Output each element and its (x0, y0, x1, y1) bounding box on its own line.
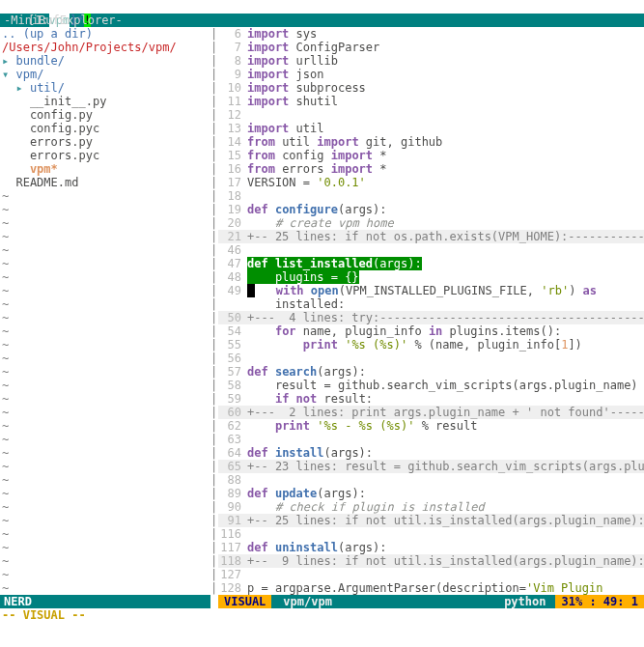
empty-line-tilde: ~ (0, 392, 210, 406)
code-row[interactable]: 89def update(args): (218, 487, 644, 500)
empty-line-tilde: ~ (0, 433, 210, 446)
fold-row[interactable]: 50+--- 4 lines: try:--------------------… (218, 311, 644, 324)
code-row[interactable]: 58 result = github.search_vim_scripts(ar… (218, 379, 644, 392)
code-row[interactable]: 62 print '%s - %s (%s)' % result (218, 419, 644, 433)
code-row[interactable]: 8import urllib (218, 54, 644, 68)
line-number: 63 (218, 433, 247, 446)
code-row[interactable]: 11import shutil (218, 95, 644, 108)
code-text (247, 352, 644, 365)
fold-row[interactable]: 118+-- 9 lines: if not util.is_installed… (218, 554, 644, 568)
code-row[interactable]: 12 (218, 108, 644, 122)
line-number: 89 (218, 487, 247, 500)
code-row[interactable]: 55 print '%s (%s)' % (name, plugin_info[… (218, 338, 644, 352)
status-nerd: NERD (0, 595, 210, 608)
code-row[interactable]: 64def install(args): (218, 446, 644, 460)
vertical-split[interactable]: ||||||||||||||||||||||||||||||||||||||||… (210, 27, 218, 595)
code-row[interactable]: 116 (218, 527, 644, 541)
code-row[interactable]: 90 # check if plugin is installed (218, 500, 644, 514)
code-row[interactable]: 13import util (218, 122, 644, 135)
code-row[interactable]: installed: (218, 297, 644, 311)
main-split: .. (up a dir) /Users/John/Projects/vpm/ … (0, 27, 644, 595)
nerdtree-item[interactable]: config.py (0, 108, 210, 122)
code-row[interactable]: 14from util import git, github (218, 135, 644, 149)
code-row[interactable]: 57def search(args): (218, 365, 644, 379)
code-row[interactable]: 16from errors import * (218, 162, 644, 176)
code-row[interactable]: 59 if not result: (218, 392, 644, 406)
empty-line-tilde: ~ (0, 257, 210, 270)
empty-line-tilde: ~ (0, 243, 210, 257)
code-row[interactable]: 15from config import * (218, 149, 644, 162)
code-row[interactable]: 20 # create vpm home (218, 216, 644, 230)
nerdtree-item[interactable]: errors.pyc (0, 149, 210, 162)
fold-row[interactable]: 65+-- 23 lines: result = github.search_v… (218, 460, 644, 473)
code-row[interactable]: 17VERSION = '0.0.1' (218, 176, 644, 189)
fold-row[interactable]: 91+-- 25 lines: if not util.is_installed… (218, 514, 644, 527)
command-line[interactable]: -- VISUAL -- (0, 608, 644, 622)
code-text: +--- 2 lines: print args.plugin_name + '… (247, 406, 644, 419)
code-row[interactable]: 56 (218, 352, 644, 365)
nerdtree-item[interactable]: __init__.py (0, 95, 210, 108)
line-number: 59 (218, 392, 247, 406)
code-row[interactable]: 9import json (218, 68, 644, 81)
empty-line-tilde: ~ (0, 446, 210, 460)
line-number: 58 (218, 379, 247, 392)
code-text: def uninstall(args): (247, 541, 644, 554)
nerdtree-panel[interactable]: .. (up a dir) /Users/John/Projects/vpm/ … (0, 27, 210, 595)
nerdtree-item[interactable]: errors.py (0, 135, 210, 149)
nerdtree-item[interactable]: ▾ vpm/ (0, 68, 210, 81)
empty-line-tilde: ~ (0, 581, 210, 595)
empty-line-tilde: ~ (0, 500, 210, 514)
code-text: import sys (247, 27, 644, 41)
line-number: 128 (218, 581, 247, 595)
nerdtree-root-path: /Users/John/Projects/vpm/ (0, 41, 210, 54)
nerdtree-item[interactable]: ▸ util/ (0, 81, 210, 95)
tab-line[interactable]: [1:vpm]*! (0, 0, 644, 14)
line-number: 15 (218, 149, 247, 162)
code-row[interactable]: 48 plugins = {} (218, 270, 644, 284)
code-row[interactable]: 46 (218, 243, 644, 257)
empty-line-tilde: ~ (0, 365, 210, 379)
code-row[interactable]: 49 with open(VPM_INSTALLED_PLUGINS_FILE,… (218, 284, 644, 297)
empty-line-tilde: ~ (0, 324, 210, 338)
empty-line-tilde: ~ (0, 189, 210, 203)
code-row[interactable]: 7import ConfigParser (218, 41, 644, 54)
line-number: 64 (218, 446, 247, 460)
fold-row[interactable]: 21+-- 25 lines: if not os.path.exists(VP… (218, 230, 644, 243)
code-row[interactable]: 47def list_installed(args): (218, 257, 644, 270)
code-text: +-- 25 lines: if not os.path.exists(VPM_… (247, 230, 644, 243)
code-row[interactable]: 10import subprocess (218, 81, 644, 95)
fold-row[interactable]: 60+--- 2 lines: print args.plugin_name +… (218, 406, 644, 419)
nerdtree-item[interactable]: README.md (0, 176, 210, 189)
line-number: 8 (218, 54, 247, 68)
code-row[interactable]: 54 for name, plugin_info in plugins.item… (218, 324, 644, 338)
code-text: # create vpm home (247, 216, 644, 230)
empty-line-tilde: ~ (0, 541, 210, 554)
line-number: 19 (218, 203, 247, 216)
code-row[interactable]: 18 (218, 189, 644, 203)
line-number: 88 (218, 473, 247, 487)
code-row[interactable]: 127 (218, 568, 644, 581)
code-row[interactable]: 63 (218, 433, 644, 446)
code-text: if not result: (247, 392, 644, 406)
code-row[interactable]: 19def configure(args): (218, 203, 644, 216)
nerdtree-item[interactable]: vpm* (0, 162, 210, 176)
code-row[interactable]: 117def uninstall(args): (218, 541, 644, 554)
nerdtree-item[interactable]: config.pyc (0, 122, 210, 135)
nerdtree-up-dir[interactable]: .. (up a dir) (0, 27, 210, 41)
minibuf-explorer: -MiniBufExplorer- (0, 14, 644, 27)
code-row[interactable]: 6import sys (218, 27, 644, 41)
empty-line-tilde: ~ (0, 487, 210, 500)
code-panel[interactable]: 6import sys7import ConfigParser8import u… (218, 27, 644, 595)
code-text: +-- 23 lines: result = github.search_vim… (247, 460, 644, 473)
line-number: 12 (218, 108, 247, 122)
nerdtree-item[interactable]: ▸ bundle/ (0, 54, 210, 68)
code-row[interactable]: 128p = argparse.ArgumentParser(descripti… (218, 581, 644, 595)
empty-line-tilde: ~ (0, 216, 210, 230)
empty-line-tilde: ~ (0, 230, 210, 243)
code-text (247, 568, 644, 581)
code-text: +-- 9 lines: if not util.is_installed(ar… (247, 554, 644, 568)
line-number: 16 (218, 162, 247, 176)
line-number: 91 (218, 514, 247, 527)
status-filetype: python (494, 595, 555, 608)
code-row[interactable]: 88 (218, 473, 644, 487)
